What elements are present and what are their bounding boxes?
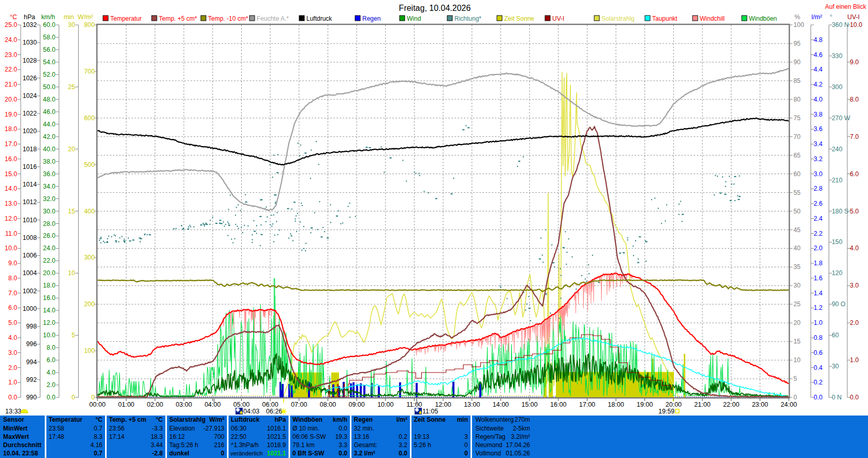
svg-text:16:12: 16:12 xyxy=(169,433,185,440)
svg-text:4.0: 4.0 xyxy=(47,369,55,376)
svg-text:15.0: 15.0 xyxy=(5,170,17,178)
svg-text:14.0: 14.0 xyxy=(5,185,17,192)
svg-text:07:00: 07:00 xyxy=(291,401,307,408)
svg-text:10:00: 10:00 xyxy=(377,401,393,408)
svg-text:10.0: 10.0 xyxy=(5,245,17,252)
svg-text:01.05.26: 01.05.26 xyxy=(506,450,530,457)
svg-text:Gesamt:: Gesamt: xyxy=(354,441,377,449)
svg-text:Solarstrahlg: Solarstrahlg xyxy=(169,416,205,423)
svg-text:1.2: 1.2 xyxy=(814,304,822,311)
svg-text:18:00: 18:00 xyxy=(608,401,624,408)
svg-text:l/m²: l/m² xyxy=(396,416,407,423)
svg-text:300: 300 xyxy=(832,83,843,91)
svg-text:22.0: 22.0 xyxy=(5,66,17,73)
svg-text:3.3: 3.3 xyxy=(339,441,347,449)
svg-text:Temperatur: Temperatur xyxy=(49,416,82,423)
svg-text:-3.3: -3.3 xyxy=(152,425,163,432)
svg-text:55: 55 xyxy=(793,189,801,196)
svg-text:06:00: 06:00 xyxy=(262,401,278,408)
svg-text:UV-I: UV-I xyxy=(847,13,860,21)
svg-text:Durchschnitt: Durchschnitt xyxy=(3,441,41,449)
svg-text:04:03: 04:03 xyxy=(243,408,259,415)
svg-text:800: 800 xyxy=(84,21,95,28)
svg-text:0.2: 0.2 xyxy=(399,433,407,440)
svg-text:58.0: 58.0 xyxy=(43,34,55,41)
svg-text:13.0: 13.0 xyxy=(5,200,17,207)
svg-text:Taupunkt: Taupunkt xyxy=(652,15,678,22)
svg-text:13:16: 13:16 xyxy=(354,433,370,440)
svg-text:Freitag, 10.04.2026: Freitag, 10.04.2026 xyxy=(399,4,471,12)
svg-text:veränderlich: veränderlich xyxy=(230,450,263,456)
svg-text:100: 100 xyxy=(793,21,804,28)
svg-text:2.8: 2.8 xyxy=(814,185,822,192)
svg-text:min: min xyxy=(64,13,74,21)
svg-text:12:00: 12:00 xyxy=(435,401,451,408)
svg-text:1008: 1008 xyxy=(23,234,37,241)
svg-text:5.0: 5.0 xyxy=(850,208,859,215)
svg-text:2-5km: 2-5km xyxy=(513,425,530,432)
svg-text:17.04.26: 17.04.26 xyxy=(506,441,530,449)
svg-text:600: 600 xyxy=(84,115,95,122)
svg-text:-27.913: -27.913 xyxy=(203,425,225,432)
svg-text:04:00: 04:00 xyxy=(204,401,220,408)
svg-text:Richtung*: Richtung* xyxy=(454,15,481,22)
svg-text:5:26 h: 5:26 h xyxy=(414,441,431,449)
svg-text:1.0: 1.0 xyxy=(814,319,822,326)
svg-text:44.0: 44.0 xyxy=(43,121,55,128)
svg-text:17:48: 17:48 xyxy=(49,433,64,440)
svg-text:Solarstrahlg: Solarstrahlg xyxy=(601,15,635,22)
svg-text:8.0: 8.0 xyxy=(8,275,17,282)
svg-text:2.0: 2.0 xyxy=(47,381,55,389)
svg-text:2.2: 2.2 xyxy=(814,230,822,237)
svg-text:1018: 1018 xyxy=(23,146,37,153)
svg-text:Elevation: Elevation xyxy=(169,425,195,432)
svg-text:19.0: 19.0 xyxy=(5,111,17,118)
svg-text:1.6: 1.6 xyxy=(814,275,822,282)
svg-text:hPa: hPa xyxy=(274,416,286,423)
svg-text:17:14: 17:14 xyxy=(109,433,125,440)
svg-text:4.8: 4.8 xyxy=(814,36,822,44)
svg-text:Regen: Regen xyxy=(362,15,380,22)
svg-text:3.4: 3.4 xyxy=(814,140,822,148)
svg-text:1016.1: 1016.1 xyxy=(267,425,286,432)
svg-text:60: 60 xyxy=(793,170,801,178)
svg-text:12.0: 12.0 xyxy=(5,215,17,222)
svg-text:216: 216 xyxy=(214,441,224,449)
svg-text:Vollmond: Vollmond xyxy=(476,450,501,457)
svg-text:30: 30 xyxy=(832,363,839,370)
svg-text:Wind: Wind xyxy=(407,15,421,22)
svg-text:14.0: 14.0 xyxy=(43,307,55,314)
svg-text:1.0: 1.0 xyxy=(8,379,17,386)
svg-text:1012: 1012 xyxy=(23,198,37,206)
svg-text:23.0: 23.0 xyxy=(5,51,17,59)
svg-text:0: 0 xyxy=(464,441,468,449)
svg-text:80: 80 xyxy=(793,96,801,103)
svg-text:Luftdruck: Luftdruck xyxy=(231,416,260,423)
svg-text:1024: 1024 xyxy=(23,92,37,99)
svg-text:1020: 1020 xyxy=(23,127,37,135)
svg-text:8.0: 8.0 xyxy=(47,344,55,351)
svg-text:23:00: 23:00 xyxy=(752,401,768,408)
svg-text:2.6: 2.6 xyxy=(814,200,822,207)
svg-text:46.0: 46.0 xyxy=(43,108,55,116)
svg-text:120: 120 xyxy=(832,269,843,277)
svg-text:6.0: 6.0 xyxy=(47,356,55,364)
svg-text:10.0: 10.0 xyxy=(850,21,862,28)
svg-text:Windchill: Windchill xyxy=(700,15,725,22)
svg-text:95: 95 xyxy=(793,40,801,47)
svg-text:42.0: 42.0 xyxy=(43,133,55,140)
svg-text:30: 30 xyxy=(793,282,801,289)
svg-text:hPa: hPa xyxy=(24,13,35,21)
svg-text:Regen: Regen xyxy=(354,416,373,423)
svg-text:km/h: km/h xyxy=(41,13,55,21)
svg-text:Sensor: Sensor xyxy=(3,416,24,423)
svg-text:13:00: 13:00 xyxy=(464,401,480,408)
svg-text:56.0: 56.0 xyxy=(43,46,55,53)
svg-text:Luftdruck: Luftdruck xyxy=(306,15,332,22)
svg-text:Windböen: Windböen xyxy=(749,15,777,22)
svg-text:22.0: 22.0 xyxy=(43,257,55,264)
svg-text:60: 60 xyxy=(832,332,839,339)
svg-text:60.0: 60.0 xyxy=(43,21,55,28)
svg-text:22:00: 22:00 xyxy=(723,401,739,408)
svg-text:6.0: 6.0 xyxy=(850,170,859,178)
